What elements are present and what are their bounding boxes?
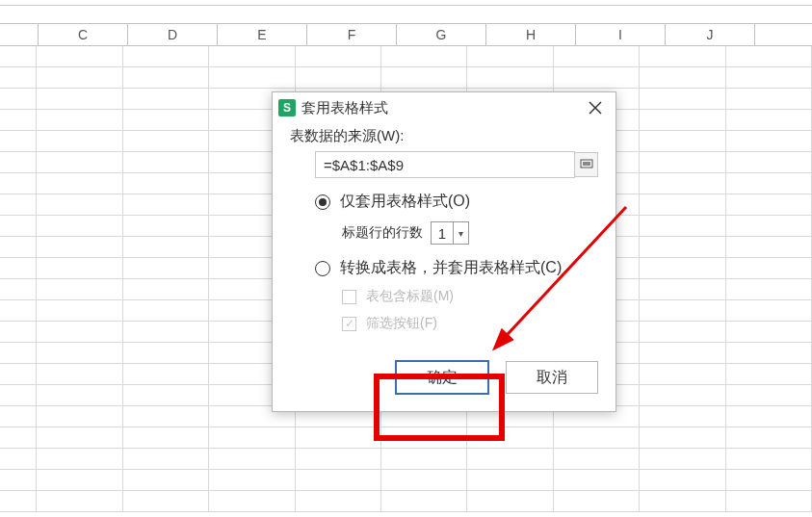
spinner-dropdown-icon[interactable]: ▾: [453, 222, 468, 244]
grid-cell[interactable]: [640, 364, 725, 384]
grid-cell[interactable]: [37, 491, 122, 511]
grid-cell[interactable]: [123, 67, 209, 88]
grid-cell[interactable]: [37, 322, 122, 342]
title-rows-spinner[interactable]: 1 ▾: [431, 221, 469, 245]
grid-cell[interactable]: [640, 46, 725, 66]
grid-cell[interactable]: [381, 491, 467, 511]
grid-cell[interactable]: [467, 427, 553, 448]
grid-cell[interactable]: [37, 216, 122, 236]
grid-cell[interactable]: [640, 67, 725, 88]
grid-cell[interactable]: [209, 67, 295, 88]
grid-cell[interactable]: [123, 406, 209, 427]
grid-cell[interactable]: [726, 491, 812, 511]
grid-cell[interactable]: [726, 194, 812, 215]
grid-cell[interactable]: [123, 470, 209, 490]
grid-cell[interactable]: [123, 237, 209, 257]
grid-cell[interactable]: [726, 110, 812, 130]
grid-cell[interactable]: [381, 470, 467, 490]
grid-cell[interactable]: [726, 470, 812, 490]
grid-cell[interactable]: [123, 364, 209, 384]
grid-cell[interactable]: [467, 491, 553, 511]
grid-cell[interactable]: [726, 385, 812, 405]
radio-convert-table[interactable]: [315, 261, 330, 276]
grid-cell[interactable]: [640, 322, 725, 342]
grid-cell[interactable]: [37, 343, 122, 363]
grid-cell[interactable]: [209, 449, 295, 469]
grid-cell[interactable]: [123, 300, 209, 321]
grid-cell[interactable]: [123, 110, 209, 130]
grid-cell[interactable]: [296, 67, 381, 88]
grid-cell[interactable]: [554, 67, 640, 88]
grid-cell[interactable]: [123, 343, 209, 363]
grid-cell[interactable]: [37, 110, 122, 130]
grid-cell[interactable]: [640, 449, 725, 469]
grid-cell[interactable]: [37, 279, 122, 299]
grid-cell[interactable]: [381, 427, 467, 448]
radio-only-style[interactable]: [315, 194, 330, 210]
grid-cell[interactable]: [381, 67, 467, 88]
grid-cell[interactable]: [37, 427, 122, 448]
grid-cell[interactable]: [37, 89, 122, 109]
grid-cell[interactable]: [123, 279, 209, 299]
grid-cell[interactable]: [467, 46, 553, 66]
grid-cell[interactable]: [37, 46, 122, 66]
grid-cell[interactable]: [37, 152, 122, 172]
grid-cell[interactable]: [209, 491, 295, 511]
grid-cell[interactable]: [296, 449, 381, 469]
grid-cell[interactable]: [37, 131, 122, 151]
grid-cell[interactable]: [123, 194, 209, 215]
grid-cell[interactable]: [726, 300, 812, 321]
grid-cell[interactable]: [640, 173, 725, 194]
grid-cell[interactable]: [554, 491, 640, 511]
grid-cell[interactable]: [726, 237, 812, 257]
grid-cell[interactable]: [726, 364, 812, 384]
collapse-dialog-button[interactable]: [575, 152, 598, 177]
col-header[interactable]: F: [307, 24, 397, 45]
ok-button[interactable]: 确定: [396, 361, 488, 394]
grid-cell[interactable]: [123, 385, 209, 405]
grid-cell[interactable]: [554, 449, 640, 469]
grid-cell[interactable]: [123, 152, 209, 172]
grid-cell[interactable]: [640, 385, 725, 405]
grid-cell[interactable]: [37, 385, 122, 405]
grid-cell[interactable]: [640, 491, 725, 511]
grid-cell[interactable]: [554, 427, 640, 448]
grid-cell[interactable]: [640, 194, 725, 215]
grid-cell[interactable]: [37, 258, 122, 278]
grid-cell[interactable]: [209, 470, 295, 490]
grid-cell[interactable]: [123, 46, 209, 66]
grid-cell[interactable]: [726, 322, 812, 342]
col-header[interactable]: J: [666, 24, 755, 45]
grid-cell[interactable]: [726, 279, 812, 299]
col-header[interactable]: I: [576, 24, 666, 45]
grid-cell[interactable]: [554, 470, 640, 490]
grid-cell[interactable]: [640, 300, 725, 321]
grid-cell[interactable]: [381, 46, 467, 66]
grid-cell[interactable]: [640, 258, 725, 278]
grid-cell[interactable]: [37, 449, 122, 469]
grid-cell[interactable]: [640, 427, 725, 448]
grid-cell[interactable]: [726, 343, 812, 363]
grid-cell[interactable]: [726, 216, 812, 236]
grid-cell[interactable]: [640, 343, 725, 363]
grid-cell[interactable]: [726, 46, 812, 66]
col-header[interactable]: H: [486, 24, 576, 45]
grid-cell[interactable]: [640, 470, 725, 490]
grid-cell[interactable]: [123, 131, 209, 151]
grid-cell[interactable]: [123, 89, 209, 109]
grid-cell[interactable]: [640, 237, 725, 257]
grid-cell[interactable]: [296, 470, 381, 490]
grid-cell[interactable]: [726, 89, 812, 109]
grid-cell[interactable]: [726, 131, 812, 151]
grid-cell[interactable]: [37, 300, 122, 321]
source-range-input[interactable]: [315, 151, 575, 178]
close-button[interactable]: [579, 96, 612, 119]
grid-cell[interactable]: [123, 449, 209, 469]
col-header[interactable]: E: [218, 24, 307, 45]
grid-cell[interactable]: [37, 406, 122, 427]
grid-cell[interactable]: [640, 279, 725, 299]
grid-cell[interactable]: [123, 322, 209, 342]
grid-cell[interactable]: [381, 449, 467, 469]
grid-cell[interactable]: [296, 427, 381, 448]
grid-cell[interactable]: [640, 89, 725, 109]
